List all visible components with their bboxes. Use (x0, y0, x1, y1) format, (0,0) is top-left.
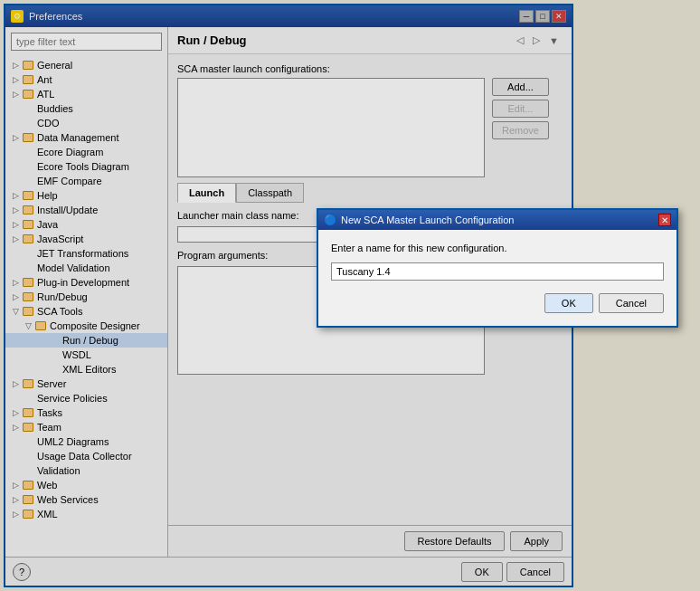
dialog-title: New SCA Master Launch Configuration (341, 214, 514, 225)
dialog-message: Enter a name for this new configuration. (331, 243, 664, 253)
dialog-close-button[interactable]: ✕ (658, 214, 671, 226)
dialog-body: Enter a name for this new configuration.… (318, 230, 676, 326)
dialog-icon: 🔵 (324, 214, 337, 226)
dialog-ok-button[interactable]: OK (544, 293, 593, 313)
dialog-title-left: 🔵 New SCA Master Launch Configuration (324, 214, 514, 226)
dialog-cancel-button[interactable]: Cancel (599, 293, 664, 313)
dialog-footer: OK Cancel (331, 293, 664, 313)
dialog-title-bar: 🔵 New SCA Master Launch Configuration ✕ (318, 210, 676, 230)
dialog-overlay: 🔵 New SCA Master Launch Configuration ✕ … (0, 0, 700, 591)
dialog: 🔵 New SCA Master Launch Configuration ✕ … (317, 208, 678, 328)
dialog-name-input[interactable] (331, 262, 664, 281)
